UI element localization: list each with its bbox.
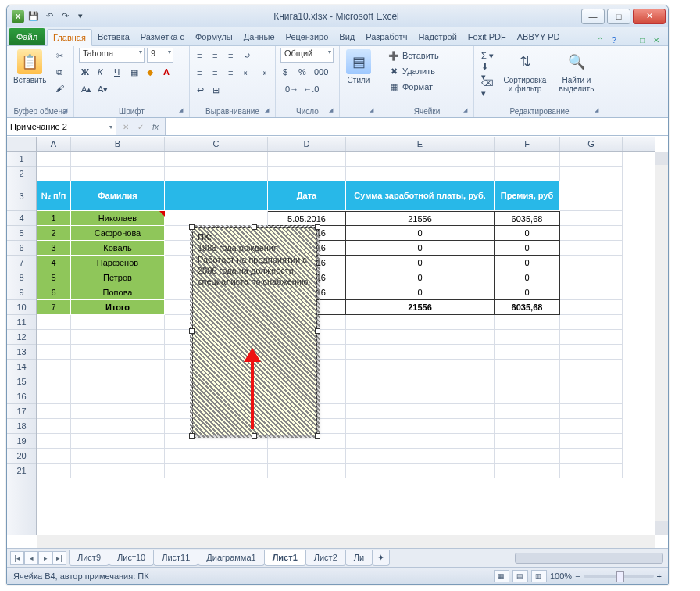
sheet-tab[interactable]: Диаграмма1 [198,550,264,566]
formula-input[interactable] [166,118,668,135]
align-right-button[interactable]: ≡ [226,65,241,81]
view-pagebreak-button[interactable]: ▥ [531,570,547,582]
row-header[interactable]: 1 [7,152,36,167]
save-icon[interactable]: 💾 [27,10,40,23]
dec-decimal-button[interactable]: ←.0 [301,81,321,97]
table-header[interactable]: Дата [268,181,346,211]
fill-button[interactable]: ⬇ ▾ [479,64,497,80]
insert-cells-button[interactable]: ➕Вставить [385,48,441,63]
row-header[interactable]: 11 [7,315,36,330]
row-header[interactable]: 14 [7,360,36,374]
table-header[interactable]: Премия, руб [495,181,560,211]
table-cell[interactable]: 3 [37,241,71,256]
table-cell[interactable]: 0 [346,226,495,241]
table-cell[interactable]: 0 [495,285,560,300]
new-sheet-button[interactable]: ✦ [372,550,390,566]
cancel-fx-icon[interactable]: ✕ [120,120,132,133]
minimize-button[interactable]: — [581,9,605,24]
percent-button[interactable]: % [296,64,312,80]
zoom-level[interactable]: 100% [550,571,572,581]
column-headers[interactable]: A B C D E F G [37,137,655,152]
zoom-in-button[interactable]: + [657,571,662,581]
row-header[interactable]: 12 [7,330,36,345]
worksheet-grid[interactable]: A B C D E F G 12345678910111213141516171… [7,137,668,548]
table-cell[interactable]: Попова [71,285,165,300]
sheet-tab[interactable]: Ли [345,550,373,566]
align-mid-button[interactable]: ≡ [210,48,226,63]
hscroll-thumb[interactable] [515,553,663,564]
col-header[interactable]: B [71,137,165,151]
row-header[interactable]: 18 [7,419,36,434]
row-header[interactable]: 9 [7,285,36,300]
row-header[interactable]: 13 [7,345,36,360]
decrease-font-button[interactable]: A▾ [95,81,111,97]
font-size-combo[interactable]: 9 [147,48,173,63]
table-cell[interactable]: 2 [37,226,71,241]
table-cell[interactable]: 6035,68 [495,300,560,315]
col-header[interactable]: A [37,137,71,151]
table-cell[interactable]: Сафронова [71,226,165,241]
table-header[interactable] [165,181,268,211]
align-center-button[interactable]: ≡ [210,65,226,81]
clear-button[interactable]: ⌫ ▾ [479,81,497,96]
col-header[interactable]: E [346,137,495,151]
table-cell[interactable]: Николаев [71,211,165,226]
format-painter-button[interactable]: 🖌 [51,81,68,96]
row-header[interactable]: 19 [7,434,36,449]
table-cell[interactable]: 0 [346,256,495,270]
zoom-slider[interactable] [584,575,654,578]
format-cells-button[interactable]: ▦Формат [385,79,435,95]
tab-foxit[interactable]: Foxit PDF [462,28,512,45]
table-cell[interactable]: 7 [37,300,71,315]
table-cell[interactable]: Коваль [71,241,165,256]
table-cell[interactable]: 0 [346,270,495,285]
table-cell[interactable]: 5 [37,270,71,285]
row-header[interactable]: 17 [7,404,36,419]
table-header[interactable]: Фамилия [71,181,165,211]
indent-inc-button[interactable]: ⇥ [257,65,273,81]
sort-filter-button[interactable]: ⇅ Сортировка и фильтр [500,48,550,95]
table-cell[interactable]: 0 [495,270,560,285]
row-header[interactable]: 15 [7,374,36,389]
row-header[interactable]: 20 [7,449,36,464]
doc-close-icon[interactable]: ✕ [651,34,662,45]
table-cell[interactable]: 21556 [346,211,495,226]
help-icon[interactable]: ? [609,34,620,45]
table-header[interactable]: № п/п [37,181,71,211]
sheet-nav-first-icon[interactable]: |◂ [10,551,24,565]
autosum-button[interactable]: Σ ▾ [479,48,497,63]
increase-font-button[interactable]: A▴ [79,81,95,97]
table-cell[interactable]: 21556 [346,300,495,315]
select-all-corner[interactable] [7,137,37,152]
file-tab[interactable]: Файл [9,28,45,45]
resize-handle[interactable] [189,224,195,230]
enter-fx-icon[interactable]: ✓ [134,120,147,133]
resize-handle[interactable] [315,433,320,439]
col-header[interactable]: D [268,137,346,151]
resize-handle[interactable] [315,224,320,230]
redo-icon[interactable]: ↷ [59,10,71,23]
indent-dec-button[interactable]: ⇤ [241,65,257,81]
inc-decimal-button[interactable]: .0→ [280,81,301,97]
sheet-nav-prev-icon[interactable]: ◂ [24,551,38,565]
tab-insert[interactable]: Вставка [92,28,135,45]
row-header[interactable]: 2 [7,167,36,181]
table-cell[interactable]: 0 [346,241,495,256]
cell-comment-box[interactable]: ПК: 1983 года рождения Работает на предп… [192,227,317,435]
doc-restore-icon[interactable]: □ [637,34,648,45]
tab-home[interactable]: Главная [47,29,92,46]
view-pagelayout-button[interactable]: ▤ [512,570,528,582]
tab-formulas[interactable]: Формулы [190,28,238,45]
fill-color-button[interactable]: ◆ [145,64,160,80]
vertical-scrollbar[interactable] [655,152,668,535]
table-cell[interactable]: 6 [37,285,71,300]
row-header[interactable]: 7 [7,256,36,270]
underline-button[interactable]: Ч [112,64,127,80]
maximize-button[interactable]: □ [607,9,630,24]
table-cell[interactable]: 0 [346,285,495,300]
bold-button[interactable]: Ж [79,64,95,80]
number-format-combo[interactable]: Общий [280,48,334,63]
tab-data[interactable]: Данные [238,28,280,45]
table-cell[interactable]: 4 [37,256,71,270]
paste-button[interactable]: 📋 Вставить [12,48,48,86]
